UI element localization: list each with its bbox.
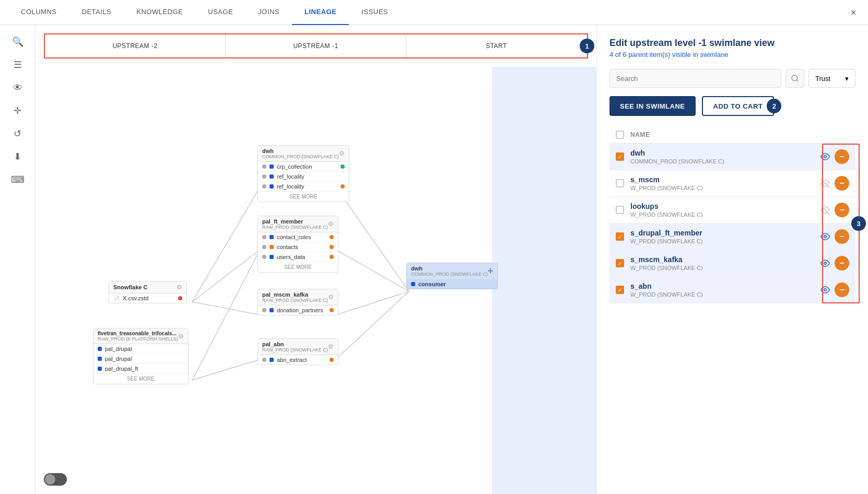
list-item-dwh: ✓ dwh COMMON_PROD (SNOWFLAKE C) −	[609, 144, 855, 170]
tab-usage[interactable]: USAGE	[195, 0, 245, 25]
node-fivetran: fivetran_treasonable_trifocals... RAW_PR…	[93, 328, 189, 384]
tab-details[interactable]: DETAILS	[69, 0, 124, 25]
checkbox-sdrupal[interactable]: ✓	[616, 232, 624, 241]
node-pal-kafka-sub: RAW_PROD (SNOWFLAKE C)	[262, 298, 328, 303]
node-pal-ft-gear[interactable]: ⚙	[328, 220, 334, 228]
node-dwh-right-title: dwh	[411, 265, 488, 272]
refresh-icon[interactable]: ↺	[7, 123, 28, 144]
node-dwh-center-sub: COMMON_PROD (SNOWFLAKE C)	[262, 154, 339, 159]
panel-title: Edit upstream level -1 swimlane view	[609, 38, 855, 49]
download-icon[interactable]: ⬇	[7, 146, 28, 167]
tab-knowledge[interactable]: KNOWLEDGE	[124, 0, 195, 25]
list-item-lookups: lookups W_PROD (SNOWFLAKE C) −	[609, 197, 855, 224]
item-name-dwh: dwh	[630, 149, 818, 157]
tab-joins[interactable]: JOINS	[245, 0, 292, 25]
eye-btn-sdrupal[interactable]	[818, 229, 832, 244]
node-dwh-right-row: consumer	[407, 279, 497, 289]
search-bar: Trust ▾	[609, 69, 855, 88]
canvas-area: UPSTREAM -2 UPSTREAM -1 START 1 Snow	[36, 25, 596, 494]
eye-btn-smscm[interactable]	[818, 176, 832, 191]
swimlane-header: UPSTREAM -2 UPSTREAM -1 START 1	[44, 33, 588, 58]
item-name-kafka: s_mscm_kafka	[630, 255, 818, 264]
checkbox-sabn[interactable]: ✓	[616, 286, 624, 294]
item-name-sdrupal: s_drupal_ft_member	[630, 229, 818, 237]
list-item-sabn: ✓ s_abn W_PROD (SNOWFLAKE C) −	[609, 277, 855, 303]
svg-point-15	[824, 262, 827, 265]
checkbox-dwh[interactable]: ✓	[616, 152, 624, 161]
node-dwh-seemore[interactable]: SEE MORE	[258, 192, 349, 202]
close-button[interactable]: ×	[847, 6, 860, 19]
node-dwh-center-gear[interactable]: ⚙	[339, 150, 345, 157]
svg-line-7	[336, 291, 409, 315]
row-actions-lookups: −	[818, 203, 849, 217]
move-icon[interactable]: ✛	[7, 100, 28, 121]
tab-columns[interactable]: COLUMNS	[8, 0, 69, 25]
svg-line-5	[336, 187, 409, 291]
svg-point-11	[824, 156, 827, 158]
checkbox-lookups[interactable]	[616, 206, 624, 214]
eye-btn-dwh[interactable]	[818, 149, 832, 164]
node-fivetran-row3: pal_drupal_ft	[93, 364, 188, 374]
swimlane-start: START	[406, 34, 587, 57]
checkbox-smscm[interactable]	[616, 179, 624, 187]
node-pal-kafka-gear[interactable]: ⚙	[328, 293, 334, 301]
minus-btn-dwh[interactable]: −	[835, 149, 849, 164]
svg-line-10	[796, 80, 798, 81]
node-pal-kafka-title: pal_mscm_kafka	[262, 291, 328, 298]
right-panel: Edit upstream level -1 swimlane view 4 o…	[596, 25, 868, 494]
minus-btn-kafka[interactable]: −	[835, 256, 849, 270]
minus-btn-smscm[interactable]: −	[835, 176, 849, 191]
item-name-sabn: s_abn	[630, 282, 818, 290]
minus-btn-lookups[interactable]: −	[835, 203, 849, 217]
eye-btn-kafka[interactable]	[818, 256, 832, 270]
svg-line-8	[336, 291, 409, 359]
eye-icon[interactable]: 👁	[7, 77, 28, 98]
eye-btn-sabn[interactable]	[818, 283, 832, 297]
eye-btn-lookups[interactable]	[818, 203, 832, 217]
node-pal-ft-seemore[interactable]: SEE MORE	[258, 262, 338, 272]
node-fivetran-gear[interactable]: ⚙	[178, 333, 184, 340]
add-to-cart-button[interactable]: ADD TO CART	[702, 96, 775, 116]
search-input[interactable]	[609, 69, 781, 88]
node-fivetran-seemore[interactable]: SEE MORE	[93, 374, 188, 384]
node-snowflake-gear[interactable]: ⚙	[177, 284, 182, 291]
checkbox-kafka[interactable]: ✓	[616, 259, 624, 267]
node-fivetran-row2: pal_drupal	[93, 354, 188, 364]
item-name-lookups: lookups	[630, 202, 818, 210]
minus-btn-sdrupal[interactable]: −	[835, 229, 849, 244]
svg-line-3	[192, 250, 260, 380]
swimlane-highlight	[492, 67, 596, 494]
node-pal-ft-row2: contacts	[258, 242, 338, 252]
node-fivetran-sub: RAW_PROD (K PLATFORM SHELLS)	[98, 336, 178, 342]
tab-issues[interactable]: ISSUES	[349, 0, 401, 25]
node-pal-ft-member: pal_ft_member RAW_PROD (SNOWFLAKE C) ⚙ c…	[257, 216, 338, 273]
tab-lineage[interactable]: LINEAGE	[292, 0, 349, 25]
node-fivetran-row1: pal_drupal	[93, 344, 188, 354]
node-pal-abn-gear[interactable]: ⚙	[328, 343, 334, 350]
dark-mode-toggle[interactable]	[44, 473, 67, 486]
list-item-kafka: ✓ s_mscm_kafka W_PROD (SNOWFLAKE C) −	[609, 250, 855, 277]
item-sub-lookups: W_PROD (SNOWFLAKE C)	[630, 211, 818, 218]
svg-line-0	[192, 187, 260, 302]
search-icon-button[interactable]	[785, 69, 804, 88]
node-pal-abn-title: pal_abn	[262, 341, 328, 347]
search-icon[interactable]: 🔍	[7, 31, 28, 52]
row-actions-dwh: −	[818, 149, 849, 164]
item-sub-sabn: W_PROD (SNOWFLAKE C)	[630, 291, 818, 298]
select-all-checkbox[interactable]	[616, 131, 624, 139]
trust-dropdown[interactable]: Trust ▾	[808, 69, 855, 88]
node-pal-ft-row1: contact_roles	[258, 232, 338, 242]
node-pal-ft-row3: users_data	[258, 252, 338, 262]
keyboard-icon[interactable]: ⌨	[7, 169, 28, 190]
left-sidebar: 🔍 ☰ 👁 ✛ ↺ ⬇ ⌨	[0, 25, 36, 494]
see-in-swimlane-button[interactable]: SEE IN SWIMLANE	[609, 96, 696, 116]
action-badge: 2	[767, 99, 781, 113]
node-dwh-right-cross[interactable]: ✛	[488, 267, 493, 275]
svg-line-1	[192, 250, 260, 302]
node-pal-abn-sub: RAW_PROD (SNOWFLAKE C)	[262, 347, 328, 352]
node-snowflake-title: Snowflake C	[113, 284, 147, 290]
node-pal-ft-sub: RAW_PROD (SNOWFLAKE C)	[262, 225, 328, 230]
item-sub-kafka: W_PROD (SNOWFLAKE C)	[630, 265, 818, 271]
filter-icon[interactable]: ☰	[7, 54, 28, 75]
minus-btn-sabn[interactable]: −	[835, 283, 849, 297]
